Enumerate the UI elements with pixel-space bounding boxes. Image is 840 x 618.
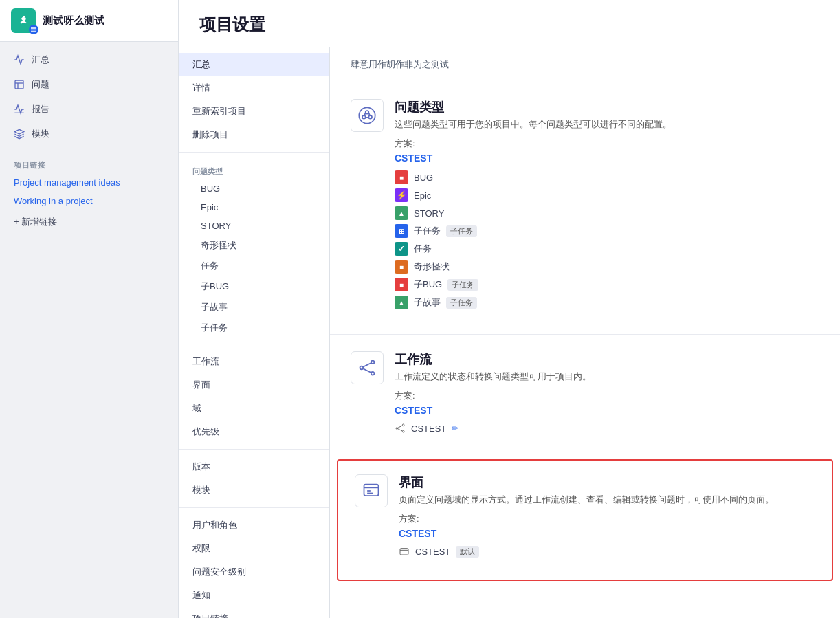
svg-line-25 xyxy=(398,429,403,431)
screen-scheme-value[interactable]: CSTEST xyxy=(399,528,774,539)
svg-rect-4 xyxy=(15,80,23,89)
top-bar: 肆意用作胡作非为之测试 xyxy=(330,47,840,82)
svg-point-18 xyxy=(371,372,375,375)
separator-2 xyxy=(179,344,329,344)
sec-nav-module[interactable]: 模块 xyxy=(179,478,329,502)
subtask-tag: 子任务 xyxy=(446,225,477,237)
workflow-icon-svg xyxy=(357,358,377,377)
sec-nav-users[interactable]: 用户和角色 xyxy=(179,514,329,537)
issue-types-desc: 这些问题类型可用于您的项目中。每个问题类型可以进行不同的配置。 xyxy=(395,118,672,131)
issue-name-substory: 子故事 xyxy=(414,296,441,309)
screen-text: 界面 页面定义问题域的显示方式。通过工作流创建、查看、编辑或转换问题时，可使用不… xyxy=(399,474,774,558)
screen-default-tag: 默认 xyxy=(456,546,479,558)
screen-item-icon xyxy=(399,547,410,558)
svg-point-16 xyxy=(360,366,364,370)
svg-line-19 xyxy=(363,363,371,367)
workflow-desc: 工作流定义的状态和转换问题类型可用于项目内。 xyxy=(395,371,591,383)
top-bar-text: 肆意用作胡作非为之测试 xyxy=(351,59,449,69)
project-link-2[interactable]: Working in a project xyxy=(0,192,178,210)
workflow-text: 工作流 工作流定义的状态和转换问题类型可用于项目内。 方案: CSTEST xyxy=(395,351,591,434)
issue-types-icon xyxy=(351,99,384,132)
issue-name-epic: Epic xyxy=(414,190,431,201)
svg-point-11 xyxy=(362,115,366,119)
svg-point-0 xyxy=(24,18,25,19)
sec-nav-epic[interactable]: Epic xyxy=(179,198,329,217)
workflow-title: 工作流 xyxy=(395,351,591,368)
sidebar-item-summary[interactable]: 汇总 xyxy=(0,47,178,72)
issue-name-subbug: 子BUG xyxy=(414,278,442,291)
sec-nav-subtask[interactable]: 子任务 xyxy=(179,318,329,338)
screen-icon-svg xyxy=(362,481,381,500)
svg-line-13 xyxy=(364,113,366,116)
sidebar-item-reports[interactable]: 报告 xyxy=(0,97,178,122)
workflow-item-icon xyxy=(395,423,406,434)
main-content: 项目设置 汇总 详情 重新索引项目 删除项目 问题类型 BUG Epic STO… xyxy=(179,0,840,618)
badge-subbug: ■ xyxy=(395,278,408,291)
issue-type-subtask: ⊞ 子任务 子任务 xyxy=(395,224,672,238)
svg-rect-26 xyxy=(364,485,379,496)
sidebar: 测试呀么测试 汇总 问题 报告 xyxy=(0,0,179,618)
badge-story: ▲ xyxy=(395,206,408,220)
badge-epic: ⚡ xyxy=(395,188,408,202)
sec-nav-details[interactable]: 详情 xyxy=(179,76,329,100)
add-link-button[interactable]: + 新增链接 xyxy=(0,210,178,234)
issue-name-subtask: 子任务 xyxy=(414,225,441,237)
sec-nav-security[interactable]: 问题安全级别 xyxy=(179,560,329,584)
sec-nav-qixingguaizhuang[interactable]: 奇形怪状 xyxy=(179,235,329,256)
screen-item: CSTEST 默认 xyxy=(399,546,774,558)
substory-tag: 子任务 xyxy=(446,297,477,309)
screen-icon-box xyxy=(355,474,388,507)
sec-nav-permissions[interactable]: 权限 xyxy=(179,537,329,560)
content-wrapper: 汇总 详情 重新索引项目 删除项目 问题类型 BUG Epic STORY 奇形… xyxy=(179,47,840,618)
issue-types-scheme-value[interactable]: CSTEST xyxy=(395,153,672,164)
workflow-icon-box xyxy=(351,351,384,384)
badge-bug: ■ xyxy=(395,170,408,184)
sidebar-header: 测试呀么测试 xyxy=(0,0,178,42)
sec-nav-version[interactable]: 版本 xyxy=(179,455,329,478)
svg-point-23 xyxy=(402,430,404,432)
screen-section: 界面 页面定义问题域的显示方式。通过工作流创建、查看、编辑或转换问题时，可使用不… xyxy=(337,459,833,581)
screen-scheme-label: 方案: xyxy=(399,513,774,525)
sec-nav-notifications[interactable]: 通知 xyxy=(179,584,329,607)
issue-type-task: ✓ 任务 xyxy=(395,242,672,256)
svg-point-17 xyxy=(371,361,375,364)
screen-name: CSTEST xyxy=(415,547,450,557)
workflow-scheme-value[interactable]: CSTEST xyxy=(395,405,591,416)
reports-icon xyxy=(14,104,25,115)
logo-badge xyxy=(29,25,38,34)
issue-types-scheme-label: 方案: xyxy=(395,137,672,150)
sec-nav-summary[interactable]: 汇总 xyxy=(179,53,329,76)
issues-icon xyxy=(14,79,25,90)
svg-line-20 xyxy=(363,368,371,373)
separator-1 xyxy=(179,152,329,153)
sec-nav-story[interactable]: STORY xyxy=(179,217,329,235)
sec-nav-workflow[interactable]: 工作流 xyxy=(179,350,329,373)
sec-nav-task[interactable]: 任务 xyxy=(179,256,329,276)
sec-nav-project-links[interactable]: 项目链接 xyxy=(179,607,329,618)
separator-3 xyxy=(179,449,329,450)
sec-nav-subbug[interactable]: 子BUG xyxy=(179,276,329,297)
workflow-edit-icon[interactable]: ✏ xyxy=(452,423,458,433)
sec-nav-bug[interactable]: BUG xyxy=(179,179,329,198)
sec-nav-domain[interactable]: 域 xyxy=(179,397,329,420)
sec-nav-priority[interactable]: 优先级 xyxy=(179,420,329,443)
workflow-name: CSTEST xyxy=(411,423,446,434)
page-header: 项目设置 xyxy=(179,0,840,47)
modules-icon xyxy=(14,129,25,140)
badge-substory: ▲ xyxy=(395,296,408,309)
sec-nav-screen[interactable]: 界面 xyxy=(179,373,329,397)
sidebar-item-issues[interactable]: 问题 xyxy=(0,72,178,97)
pulse-icon xyxy=(14,54,25,65)
svg-point-9 xyxy=(359,107,375,123)
workflow-item: CSTEST ✏ xyxy=(395,423,591,434)
project-link-1[interactable]: Project management ideas xyxy=(0,173,178,192)
sec-nav-substory[interactable]: 子故事 xyxy=(179,297,329,318)
separator-4 xyxy=(179,507,329,508)
sidebar-item-modules[interactable]: 模块 xyxy=(0,122,178,146)
issue-type-story: ▲ STORY xyxy=(395,206,672,220)
sec-nav-delete[interactable]: 删除项目 xyxy=(179,123,329,146)
workflow-header: 工作流 工作流定义的状态和转换问题类型可用于项目内。 方案: CSTEST xyxy=(351,351,819,434)
issue-types-section: 问题类型 这些问题类型可用于您的项目中。每个问题类型可以进行不同的配置。 方案:… xyxy=(330,82,840,335)
issue-types-text: 问题类型 这些问题类型可用于您的项目中。每个问题类型可以进行不同的配置。 方案:… xyxy=(395,99,672,309)
sec-nav-reindex[interactable]: 重新索引项目 xyxy=(179,100,329,123)
